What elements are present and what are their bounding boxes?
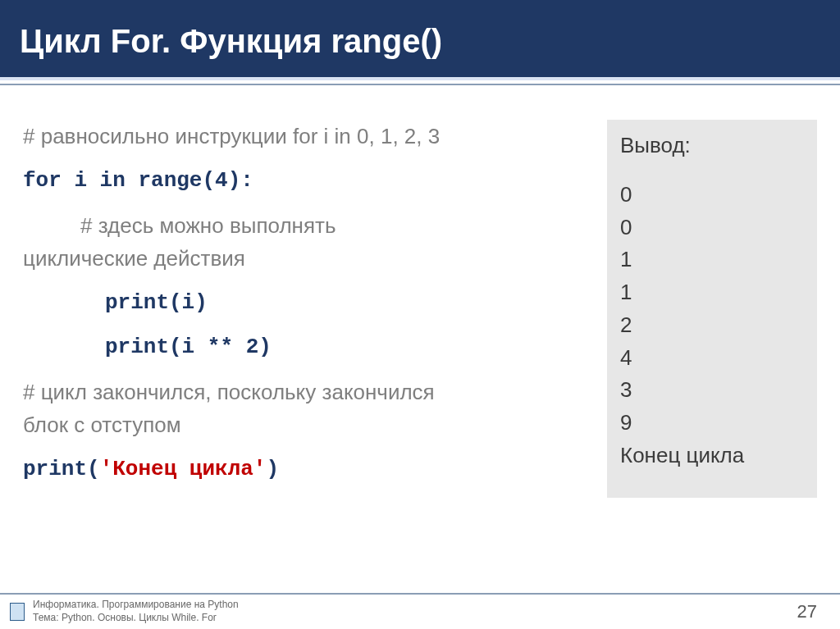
comment-equivalent: # равносильно инструкции for i in 0, 1, …	[23, 120, 586, 153]
output-line: 4	[620, 342, 804, 375]
output-line: 1	[620, 276, 804, 309]
comment-end-a: # цикл закончился, поскольку закончился	[23, 376, 586, 408]
comment-body-a: # здесь можно выполнять	[23, 209, 586, 242]
print-open: print(	[23, 457, 100, 481]
output-line: 0	[620, 212, 804, 244]
output-line: 0	[620, 179, 804, 212]
book-icon	[10, 603, 25, 621]
footer-text: Информатика. Программирование на Python …	[33, 599, 797, 624]
code-for-line: for i in range(4):	[23, 164, 586, 197]
output-line: 1	[620, 244, 804, 276]
output-label: Вывод:	[620, 130, 804, 162]
output-line: 9	[620, 407, 804, 440]
slide-title: Цикл For. Функция range()	[20, 23, 820, 60]
print-close: )	[266, 457, 279, 481]
page-number: 27	[797, 601, 840, 622]
output-line: Конец цикла	[620, 440, 804, 472]
print-string: 'Конец цикла'	[100, 457, 267, 481]
slide-footer: Информатика. Программирование на Python …	[0, 593, 840, 629]
comment-end-b: блок с отступом	[23, 408, 586, 441]
code-print-i: print(i)	[23, 286, 586, 319]
code-print-i-sq: print(i ** 2)	[23, 330, 586, 363]
output-line: 2	[620, 309, 804, 342]
footer-topic: Тема: Python. Основы. Циклы While. For	[33, 612, 797, 625]
slide-content: # равносильно инструкции for i in 0, 1, …	[0, 85, 840, 498]
output-line: 3	[620, 374, 804, 407]
footer-course: Информатика. Программирование на Python	[33, 599, 797, 612]
code-print-end: print('Конец цикла')	[23, 453, 586, 485]
comment-body-b: циклические действия	[23, 242, 586, 275]
output-column: Вывод: 0 0 1 1 2 4 3 9 Конец цикла	[607, 120, 817, 498]
slide-header: Цикл For. Функция range()	[0, 0, 840, 80]
code-column: # равносильно инструкции for i in 0, 1, …	[23, 120, 586, 498]
